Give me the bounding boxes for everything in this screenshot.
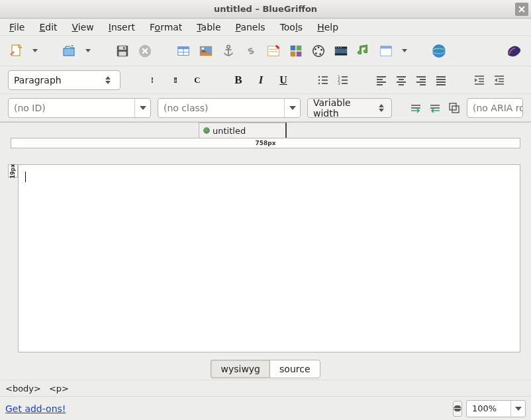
svg-point-29 — [315, 52, 317, 54]
anchor-icon[interactable] — [220, 42, 237, 60]
svg-rect-22 — [297, 45, 302, 50]
save-icon[interactable] — [114, 42, 131, 60]
svg-rect-23 — [291, 51, 296, 56]
breadcrumb-p[interactable]: <p> — [49, 384, 69, 394]
zoom-up-icon[interactable] — [454, 401, 461, 409]
class-input[interactable] — [158, 99, 284, 117]
svg-point-28 — [319, 53, 321, 55]
zoom-value: 100% — [467, 403, 510, 413]
svg-point-34 — [336, 47, 336, 48]
svg-point-42 — [318, 79, 320, 81]
menu-table[interactable]: Table — [190, 21, 227, 34]
italic-button[interactable]: I — [253, 72, 269, 88]
menubar: File Edit View Insert Format Table Panel… — [0, 19, 531, 36]
format-toolbar: Paragraph ! !! C B I U 123 — [0, 66, 531, 94]
editor-area: 19px — [0, 148, 531, 358]
zoom-select[interactable]: 100% — [466, 400, 526, 417]
align-left-icon[interactable] — [375, 74, 388, 87]
svg-point-39 — [432, 44, 446, 58]
menu-view[interactable]: View — [66, 21, 101, 34]
breadcrumb-body[interactable]: <body> — [5, 384, 41, 394]
new-dropdown[interactable] — [30, 49, 40, 52]
stop-icon[interactable] — [136, 42, 154, 60]
attributes-toolbar: Variable width (no ARIA role) — [0, 94, 531, 122]
close-icon[interactable] — [515, 3, 528, 16]
direction-rtl-icon[interactable] — [429, 101, 442, 115]
document-tab[interactable]: untitled — [199, 123, 286, 138]
svg-point-43 — [318, 82, 320, 84]
font-select[interactable]: Variable width — [307, 98, 392, 118]
svg-point-26 — [318, 46, 320, 48]
id-input[interactable] — [9, 99, 134, 117]
table-icon[interactable] — [175, 42, 192, 60]
menu-format[interactable]: Format — [143, 21, 189, 34]
aria-role-select[interactable]: (no ARIA role) — [467, 98, 523, 118]
code-button[interactable]: C — [189, 72, 205, 88]
indent-icon[interactable] — [473, 74, 486, 87]
svg-rect-81 — [450, 103, 456, 110]
svg-point-27 — [320, 48, 322, 50]
wysiwyg-tab[interactable]: wysiwyg — [211, 360, 269, 378]
unordered-list-icon[interactable] — [316, 74, 330, 87]
horizontal-ruler: 758px — [11, 138, 520, 148]
id-combo[interactable] — [8, 98, 151, 118]
outdent-icon[interactable] — [493, 74, 506, 87]
class-dropdown-icon[interactable] — [284, 99, 300, 117]
strong-emphasis-button[interactable]: ! — [144, 72, 160, 88]
svg-point-35 — [338, 47, 339, 48]
menu-panels[interactable]: Panels — [229, 21, 272, 34]
direction-ltr-icon[interactable] — [410, 101, 422, 115]
vertical-ruler: 19px — [8, 164, 18, 178]
class-combo[interactable] — [158, 98, 301, 118]
svg-point-41 — [318, 76, 320, 78]
ordered-list-icon[interactable]: 123 — [336, 74, 350, 87]
source-tab[interactable]: source — [269, 360, 320, 378]
zoom-controls: 100% — [453, 400, 526, 417]
align-center-icon[interactable] — [395, 74, 408, 87]
text-cursor — [25, 172, 26, 182]
menu-file[interactable]: File — [3, 21, 31, 34]
titlebar: untitled – BlueGriffon — [0, 0, 531, 19]
image-icon[interactable] — [197, 42, 215, 60]
layers-icon[interactable] — [448, 101, 460, 115]
svg-rect-24 — [297, 51, 302, 56]
svg-rect-1 — [64, 48, 74, 56]
menu-edit[interactable]: Edit — [32, 21, 64, 34]
menu-insert[interactable]: Insert — [102, 21, 142, 34]
blank-icon[interactable] — [377, 42, 395, 60]
open-dropdown[interactable] — [83, 49, 93, 52]
zoom-stepper[interactable] — [453, 401, 462, 417]
svg-rect-21 — [291, 45, 296, 50]
id-dropdown-icon[interactable] — [134, 99, 150, 117]
new-icon[interactable] — [8, 42, 25, 60]
main-toolbar — [0, 36, 531, 66]
paragraph-select[interactable]: Paragraph — [8, 70, 121, 90]
audio-icon[interactable] — [355, 42, 372, 60]
align-justify-icon[interactable] — [434, 74, 448, 87]
zoom-down-icon[interactable] — [454, 409, 461, 416]
aria-role-label: (no ARIA role) — [473, 103, 523, 113]
svg-point-30 — [314, 48, 316, 50]
svg-point-36 — [340, 47, 341, 48]
editor-canvas[interactable] — [18, 164, 520, 352]
svg-rect-38 — [381, 46, 392, 48]
element-breadcrumb: <body> <p> — [0, 380, 531, 396]
form-icon[interactable] — [265, 42, 282, 60]
zoom-dropdown-icon[interactable] — [510, 401, 525, 417]
menu-help[interactable]: Help — [311, 21, 345, 34]
menu-tools[interactable]: Tools — [273, 21, 310, 34]
stronger-emphasis-button[interactable]: !! — [167, 72, 183, 88]
open-icon[interactable] — [61, 42, 78, 60]
link-icon[interactable] — [242, 42, 260, 60]
blank-dropdown[interactable] — [400, 49, 409, 52]
svg-rect-5 — [123, 46, 125, 49]
svg-icon[interactable] — [310, 42, 327, 60]
browser-icon[interactable] — [430, 42, 448, 60]
bold-button[interactable]: B — [230, 72, 246, 88]
underline-button[interactable]: U — [275, 72, 291, 88]
widget-icon[interactable] — [287, 42, 305, 60]
get-addons-link[interactable]: Get add-ons! — [5, 403, 66, 414]
video-icon[interactable] — [332, 42, 350, 60]
align-right-icon[interactable] — [414, 74, 428, 87]
svg-point-13 — [202, 47, 205, 50]
